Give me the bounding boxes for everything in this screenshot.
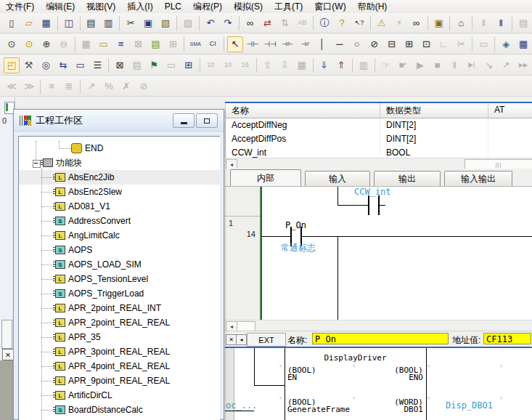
tree-item-aops-load-sim[interactable]: SAOPS_LOAD_SIM [19,257,220,272]
compare-programs-button[interactable]: ◫ [61,15,77,31]
symbol-cell[interactable]: DINT[2] [380,132,488,146]
step-run-button[interactable]: ▶| [464,57,480,73]
cross-reference-button[interactable]: ⇆ [55,57,71,73]
move-up-button[interactable]: ⇧ [260,57,276,73]
edit-symbols-button[interactable]: ⊠ [112,57,128,73]
compile-section-button[interactable]: ▣ [431,15,447,31]
symbol-cell[interactable] [488,146,532,158]
new-closed-contact-button[interactable]: ⊣/⊢ [279,36,295,52]
new-contact-button[interactable]: ⊣⊢ [245,36,261,52]
tree-item-aops[interactable]: SAOPS [19,243,220,257]
step-out-button[interactable]: ↗ [498,57,514,73]
online-edit-button[interactable]: ▤ [129,57,145,73]
force-refresh-button[interactable]: ☛ [395,57,411,73]
workspace-title-bar[interactable]: 工程工作区 [14,110,224,132]
tree-item-anglimitcalc[interactable]: LAngLimitCalc [19,228,220,243]
data-layers-button[interactable]: ◈ [498,36,514,52]
edit-comment-button[interactable]: ▭ [96,36,112,52]
close-icon[interactable]: ✕ [226,334,237,345]
scrollbar-thumb[interactable] [237,321,255,331]
paste-special-button[interactable]: ▨ [180,15,196,31]
name-field[interactable]: P_On [312,333,449,344]
io-compare-button[interactable]: ⊠ [131,36,147,52]
dialog-tool-button[interactable]: ▭ [163,57,179,73]
dock-scrollbar-thumb[interactable] [1,320,12,349]
scrollbar-thumb[interactable]: ||| [465,159,532,169]
symbol-cell[interactable]: DINT[2] [380,118,488,132]
tree-item-addressconvert[interactable]: SAddressConvert [19,214,220,228]
local-window-button[interactable]: ▭ [73,57,89,73]
symbol-cell[interactable] [488,118,532,132]
find-warnings-button[interactable]: ∞ [409,15,425,31]
redo-button[interactable]: ↷ [220,15,236,31]
scroll-left-icon[interactable]: ◂ [226,321,237,331]
tree-item-ad081-v1[interactable]: LAD081_V1 [19,199,220,214]
expander-minus-icon[interactable] [33,160,41,168]
symbol-cell[interactable]: AcceptDiffPos [226,132,380,146]
new-contact-or-button[interactable]: ⊣⊣ [262,36,278,52]
mnemonic-view-button[interactable]: SMA [187,36,203,52]
address-table-button[interactable]: ⊞ [181,57,197,73]
menu-item-program[interactable]: 编程(P) [187,0,228,14]
symbol-cell[interactable]: AcceptDiffNeg [226,118,380,132]
zoom-custom-button[interactable]: ⊙ [21,36,37,52]
increase-indent-button[interactable]: ≫ [21,78,37,94]
symbol-cell[interactable]: BOOL [380,146,488,158]
replace-button[interactable]: ⇄ [260,15,276,31]
menu-item-plc[interactable]: PLC [159,1,187,12]
monitor-view-button[interactable]: ▥ [356,57,372,73]
align-top-button[interactable]: ≡ [44,78,60,94]
tree-item-apr-4point-real-real[interactable]: LAPR_4point_REAL_REAL [19,359,220,373]
tree-item-apr-2point-real-int[interactable]: LAPR_2point_REAL_INT [19,301,220,315]
run-button[interactable]: ▶ [412,57,428,73]
help-button[interactable]: ? [334,15,350,31]
toggle-project-workspace-button[interactable]: ◰ [4,57,20,73]
tree-item-aops-tensionlevel[interactable]: LAOPS_TensionLevel [19,272,220,286]
copy-button[interactable]: ▣ [140,15,156,31]
info-button[interactable]: ⓘ [316,15,332,31]
contact-label-ccw-int[interactable]: CCW_int [354,187,391,197]
menu-item-view[interactable]: 视图(V) [81,0,121,14]
column-header-1[interactable]: 数据类型 [380,103,488,118]
align-bottom-button[interactable]: ≣ [61,78,77,94]
force-cancel-button[interactable]: ⊘ [136,78,152,94]
compile-all-button[interactable]: ⚡ [391,15,407,31]
fb-input-variable-partial[interactable]: oc_... [226,400,257,411]
select-tool-button[interactable]: ↖ [227,36,243,52]
change-all-button[interactable]: ⇅ [277,15,292,31]
watch-window-button[interactable]: ◎ [38,57,54,73]
tab-内部[interactable]: 内部 [230,169,301,186]
context-help-button[interactable]: ↖? [351,15,367,31]
new-closed-coil-button[interactable]: ⊘ [367,36,382,52]
print-button[interactable]: ▤ [83,15,99,31]
tree-item-partial[interactable]: L [19,417,220,420]
save-file-button[interactable]: ▦ [38,15,54,31]
symbol-row-acceptdiffneg[interactable]: AcceptDiffNegDINT[2] [226,118,532,132]
close-icon[interactable]: ✕ [2,349,14,360]
minimize-button[interactable] [173,113,195,128]
build-button[interactable]: ⚒ [21,57,37,73]
tree-item-absenc2jib[interactable]: LAbsEnc2Jib [19,170,220,185]
scroll-left-icon[interactable]: ◂ [226,159,237,169]
run-continuous-button[interactable]: ▶▶ [515,57,531,73]
zoom-tool-button[interactable]: ⊙ [4,36,20,52]
maximize-button[interactable] [196,113,218,128]
new-coil-button[interactable]: ○ [349,36,365,52]
symbol-row-ccw-int[interactable]: CCW_intBOOL [226,146,532,158]
pause-monitoring-button[interactable]: ☞ [378,57,394,73]
zoom-in-button[interactable]: ⊕ [38,36,54,52]
ci-view-button[interactable]: CI [205,36,221,52]
line-delete-button[interactable]: ✂ [453,36,469,52]
decrease-indent-button[interactable]: ≪ [4,78,20,94]
toggle-grid-button[interactable]: ▦ [78,36,94,52]
column-header-2[interactable]: AT [488,103,532,118]
new-closed-contact-or-button[interactable]: ⊣// [297,36,313,52]
tree-item-aops-triggerload[interactable]: SAOPS_TriggerLoad [19,286,220,301]
fb-diagram-view[interactable]: DisplayDriver (BOOL) EN (BOOL) ENO (BOOL… [225,348,532,420]
paste-button[interactable]: ▧ [157,15,173,31]
move-down-button[interactable]: ⇩ [277,57,292,73]
step-into-button[interactable]: ↘ [481,57,497,73]
work-online-simulator-button[interactable]: ⇓ [316,57,332,73]
contact-label-pon[interactable]: P_On [285,220,306,230]
ladder-hscrollbar[interactable]: ◂ [225,320,532,331]
